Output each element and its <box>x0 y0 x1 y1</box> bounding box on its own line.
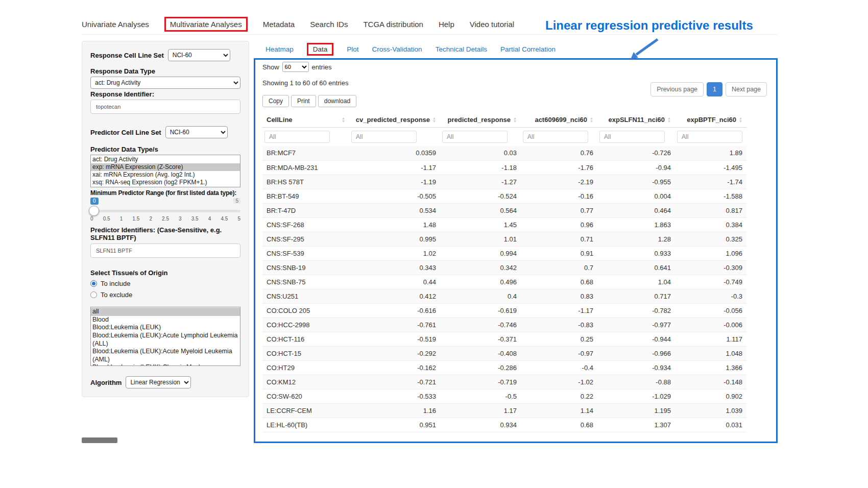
cell-value: -1.27 <box>440 175 521 189</box>
cell-value: 0.342 <box>440 260 521 275</box>
nav-item-tcga-distribution[interactable]: TCGA distribution <box>363 20 423 29</box>
filter-input-predicted-response[interactable] <box>442 131 508 143</box>
option-exp-mrna-expression-z-score[interactable]: exp: mRNA Expression (Z-Score) <box>91 163 240 171</box>
show-entries-suffix: entries <box>312 63 332 71</box>
column-header-content: predicted_response▲▼ <box>444 116 517 124</box>
cell-value: 0.22 <box>521 389 597 403</box>
sort-icon[interactable]: ▲▼ <box>432 117 436 123</box>
response-data-type-select[interactable]: act: Drug Activity <box>90 77 240 89</box>
tab-plot[interactable]: Plot <box>347 45 358 53</box>
option-xsq-rna-seq-expression-log2-fpkm-1[interactable]: xsq: RNA-seq Expression (log2 FPKM+1.) <box>91 179 240 186</box>
cell-cellline: CO:KM12 <box>262 375 349 389</box>
nav-item-metadata[interactable]: Metadata <box>263 20 295 29</box>
cell-value: 0.71 <box>521 232 597 246</box>
table-row: CNS:SF-2681.481.450.961.8630.384 <box>262 217 746 232</box>
copy-button[interactable]: Copy <box>262 95 289 107</box>
table-row: CO:SW-620-0.533-0.50.22-1.0290.902 <box>262 389 746 403</box>
response-identifier-input[interactable] <box>90 100 240 114</box>
response-identifier-label: Response Identifier: <box>90 90 240 98</box>
radio-to-exclude[interactable]: To exclude <box>90 291 240 299</box>
predictor-data-types-label: Predictor Data Type/s <box>90 145 240 153</box>
print-button[interactable]: Print <box>291 95 316 107</box>
cell-value: 0.496 <box>440 275 521 289</box>
slider-tick: 1 <box>120 216 123 222</box>
option-blood-leukemia-leuk-chronic-myelogenous-leukemia-cml[interactable]: Blood:Leukemia (LEUK):Chronic Myelogenou… <box>91 363 240 366</box>
cell-cellline: CO:SW-620 <box>262 389 349 403</box>
cell-value: -0.616 <box>349 303 440 318</box>
radio-to-include[interactable]: To include <box>90 280 240 287</box>
sort-icon[interactable]: ▲▼ <box>667 117 671 123</box>
filter-input-act609699-nci60[interactable] <box>523 131 588 143</box>
filter-input-cellline[interactable] <box>264 131 330 143</box>
sort-icon[interactable]: ▲▼ <box>342 117 345 123</box>
cell-value: 1.17 <box>440 403 521 418</box>
column-header-expbptf-nci60[interactable]: expBPTF_nci60▲▼ <box>675 112 746 128</box>
cell-value: 0.68 <box>521 418 597 432</box>
column-header-cv-predicted-response[interactable]: cv_predicted_response▲▼ <box>349 112 440 128</box>
cell-value: -0.162 <box>349 360 440 375</box>
column-header-predicted-response[interactable]: predicted_response▲▼ <box>440 112 521 128</box>
slider-tick: 2 <box>149 216 152 222</box>
cell-cellline: BR:MDA-MB-231 <box>262 160 349 175</box>
tab-technical-details[interactable]: Technical Details <box>436 45 487 53</box>
column-header-content: CellLine▲▼ <box>267 116 345 124</box>
next-page-button[interactable]: Next page <box>726 82 767 96</box>
column-header-cellline[interactable]: CellLine▲▼ <box>262 112 349 128</box>
cell-cellline: LE:HL-60(TB) <box>262 418 349 432</box>
cell-cellline: CNS:SF-295 <box>262 232 349 246</box>
tab-cross-validation[interactable]: Cross-Validation <box>372 45 422 53</box>
cell-value: 1.89 <box>675 146 746 160</box>
tab-data[interactable]: Data <box>307 43 334 56</box>
tab-heatmap[interactable]: Heatmap <box>266 45 294 53</box>
nav-item-univariate-analyses[interactable]: Univariate Analyses <box>82 20 149 29</box>
previous-page-button[interactable]: Previous page <box>650 82 704 96</box>
option-blood[interactable]: Blood <box>91 316 240 324</box>
option-all[interactable]: all <box>91 308 240 316</box>
response-cell-line-set-label: Response Cell Line Set <box>90 52 164 59</box>
filter-cell <box>349 128 440 147</box>
filter-input-cv-predicted-response[interactable] <box>351 131 417 143</box>
slider-track[interactable] <box>90 210 240 212</box>
option-xai-mrna-expression-avg-log2-int[interactable]: xai: mRNA Expression (Avg. log2 Int.) <box>91 171 240 179</box>
slider-handle[interactable] <box>89 206 99 216</box>
current-page-button[interactable]: 1 <box>707 82 722 96</box>
predictor-identifiers-input[interactable] <box>90 243 240 258</box>
filter-input-expbptf-nci60[interactable] <box>677 131 742 143</box>
cell-value: -1.495 <box>675 160 746 175</box>
cell-value: 0.817 <box>675 203 746 217</box>
column-header-content: expBPTF_nci60▲▼ <box>679 116 742 124</box>
column-header-act609699-nci60[interactable]: act609699_nci60▲▼ <box>521 112 597 128</box>
cell-value: -1.588 <box>675 189 746 203</box>
option-blood-leukemia-leuk[interactable]: Blood:Leukemia (LEUK) <box>91 324 240 332</box>
nav-item-video-tutorial[interactable]: Video tutorial <box>470 20 514 29</box>
cell-value: -0.83 <box>521 318 597 332</box>
download-button[interactable]: download <box>318 95 356 107</box>
cell-value: -0.721 <box>349 375 440 389</box>
sort-icon[interactable]: ▲▼ <box>739 117 742 123</box>
cell-value: 1.02 <box>349 246 440 260</box>
annotation-arrow-icon <box>627 37 661 61</box>
algorithm-select[interactable]: Linear Regression <box>126 376 191 388</box>
tab-partial-correlation[interactable]: Partial Correlation <box>500 45 556 53</box>
predictor-cell-line-set-select[interactable]: NCI-60 <box>165 126 228 138</box>
option-blood-leukemia-leuk-acute-myeloid-leukemia-aml[interactable]: Blood:Leukemia (LEUK):Acute Myeloid Leuk… <box>91 348 240 363</box>
min-predictor-range-slider[interactable]: 0 5 00.511.522.533.544.55 <box>90 198 240 223</box>
filter-input-expslfn11-nci60[interactable] <box>599 131 665 143</box>
sort-icon[interactable]: ▲▼ <box>513 117 517 123</box>
nav-item-multivariate-analyses[interactable]: Multivariate Analyses <box>164 17 248 32</box>
response-cell-line-set-select[interactable]: NCI-60 <box>168 49 230 61</box>
table-row: CO:HT29-0.162-0.286-0.4-0.9341.366 <box>262 360 746 375</box>
nav-item-help[interactable]: Help <box>439 20 454 29</box>
option-blood-leukemia-leuk-acute-lymphoid-leukemia-all[interactable]: Blood:Leukemia (LEUK):Acute Lymphoid Leu… <box>91 332 240 348</box>
slider-tick: 4 <box>208 216 211 222</box>
table-row: CNS:SF-5391.020.9940.910.9331.096 <box>262 246 746 260</box>
column-header-expslfn11-nci60[interactable]: expSLFN11_nci60▲▼ <box>597 112 675 128</box>
cell-value: 1.048 <box>675 346 746 360</box>
cell-value: 0.77 <box>521 203 597 217</box>
option-act-drug-activity[interactable]: act: Drug Activity <box>91 156 240 163</box>
table-row: CO:COLO 205-0.616-0.619-1.17-0.782-0.056 <box>262 303 746 318</box>
sort-icon[interactable]: ▲▼ <box>590 117 593 123</box>
show-entries-select[interactable]: 60 <box>282 62 309 72</box>
nav-item-search-ids[interactable]: Search IDs <box>310 20 348 29</box>
table-row: BR:HS 578T-1.19-1.27-2.19-0.955-1.74 <box>262 175 746 189</box>
